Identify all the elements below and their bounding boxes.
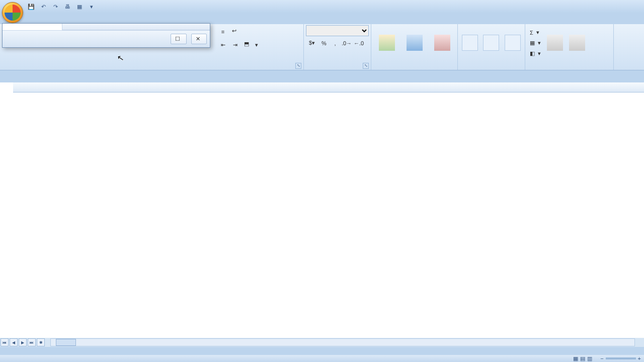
qat-redo-icon[interactable]: ↷ bbox=[50, 2, 60, 11]
find-icon bbox=[569, 35, 585, 51]
ribbon-tabs bbox=[26, 13, 644, 24]
office-menu-submenu bbox=[62, 24, 210, 30]
excel-options-button[interactable]: ☐ bbox=[171, 34, 187, 44]
find-select-button[interactable] bbox=[567, 26, 588, 60]
view-normal-icon[interactable]: ▦ bbox=[573, 355, 578, 362]
dropdown-icon: ▾ bbox=[255, 42, 258, 48]
sheet-nav-prev[interactable]: ◀ bbox=[10, 338, 18, 346]
wrap-text-button[interactable]: ↩ bbox=[229, 26, 244, 37]
office-menu: ☐ ✕ bbox=[2, 23, 210, 48]
minimize-button[interactable] bbox=[630, 2, 643, 11]
delete-button[interactable] bbox=[481, 26, 501, 60]
exit-excel-button[interactable]: ✕ bbox=[191, 34, 207, 44]
inc-decimal-button[interactable]: .0→ bbox=[341, 38, 352, 48]
sort-filter-button[interactable] bbox=[544, 26, 566, 60]
clear-button[interactable]: ◧ ▾ bbox=[527, 49, 543, 58]
sheet-nav-next[interactable]: ▶ bbox=[19, 338, 27, 346]
eraser-icon: ◧ bbox=[530, 50, 535, 57]
quick-access-toolbar: 💾 ↶ ↷ 🖶 ▦ ▾ bbox=[26, 2, 97, 11]
table-icon bbox=[407, 35, 423, 51]
view-layout-icon[interactable]: ▤ bbox=[580, 355, 585, 362]
cell-styles-button[interactable] bbox=[429, 26, 455, 60]
delete-icon bbox=[483, 35, 499, 51]
new-sheet-button[interactable]: ✱ bbox=[37, 338, 45, 346]
office-menu-footer: ☐ ✕ bbox=[3, 30, 210, 47]
horizontal-scrollbar[interactable] bbox=[50, 338, 635, 346]
exit-icon: ✕ bbox=[196, 36, 200, 42]
sheet-nav-first[interactable]: ⏮ bbox=[1, 338, 9, 346]
sigma-icon: Σ bbox=[530, 30, 533, 36]
percent-button[interactable]: % bbox=[319, 38, 329, 48]
zoom-slider[interactable] bbox=[606, 357, 636, 359]
conditional-formatting-icon bbox=[379, 35, 395, 51]
currency-button[interactable]: $▾ bbox=[306, 38, 318, 48]
office-button[interactable] bbox=[2, 2, 23, 23]
number-dialog-launcher[interactable]: ⤡ bbox=[363, 63, 369, 69]
qat-print-icon[interactable]: 🖶 bbox=[62, 2, 72, 11]
format-icon bbox=[505, 35, 521, 51]
sort-icon bbox=[547, 35, 563, 51]
qat-custom-icon[interactable]: ▦ bbox=[74, 2, 85, 11]
column-headers[interactable] bbox=[13, 82, 644, 93]
autosum-button[interactable]: Σ ▾ bbox=[527, 28, 543, 37]
dec-decimal-button[interactable]: ←.0 bbox=[353, 38, 364, 48]
submenu-header bbox=[62, 24, 210, 30]
status-bar: ▦ ▤ ▥ − + bbox=[0, 355, 644, 362]
options-icon: ☐ bbox=[175, 36, 180, 42]
sheet-tab-bar: ⏮ ◀ ▶ ⏭ ✱ bbox=[0, 338, 644, 347]
sheet-nav-last[interactable]: ⏭ bbox=[28, 338, 36, 346]
title-bar: 💾 ↶ ↷ 🖶 ▦ ▾ bbox=[0, 0, 644, 13]
qat-save-icon[interactable]: 💾 bbox=[26, 2, 36, 11]
cell-styles-icon bbox=[434, 35, 450, 51]
format-as-table-button[interactable] bbox=[401, 26, 428, 60]
indent-inc-button[interactable]: ⇥ bbox=[229, 39, 240, 50]
alignment-dialog-launcher[interactable]: ⤡ bbox=[295, 63, 301, 69]
worksheet-grid[interactable]: ⏮ ◀ ▶ ⏭ ✱ bbox=[0, 82, 644, 347]
zoom-in-button[interactable]: + bbox=[638, 355, 641, 361]
fill-button[interactable]: ▦ ▾ bbox=[527, 38, 543, 48]
zoom-out-button[interactable]: − bbox=[600, 355, 603, 361]
scrollbar-thumb[interactable] bbox=[56, 339, 76, 346]
conditional-formatting-button[interactable] bbox=[373, 26, 400, 60]
insert-button[interactable] bbox=[460, 26, 480, 60]
qat-undo-icon[interactable]: ↶ bbox=[38, 2, 48, 11]
view-pagebreak-icon[interactable]: ▥ bbox=[587, 355, 592, 362]
wrap-icon: ↩ bbox=[232, 28, 240, 36]
merge-icon: ⬒ bbox=[244, 41, 252, 49]
merge-center-button[interactable]: ⬒ ▾ bbox=[242, 39, 261, 50]
align-btn[interactable]: ≡ bbox=[217, 26, 228, 37]
comma-button[interactable]: , bbox=[330, 38, 340, 48]
office-menu-main bbox=[3, 24, 61, 28]
indent-dec-button[interactable]: ⇤ bbox=[217, 39, 228, 50]
fill-icon: ▦ bbox=[530, 40, 535, 46]
qat-dropdown-icon[interactable]: ▾ bbox=[87, 2, 97, 11]
format-button[interactable] bbox=[503, 26, 523, 60]
number-format-select[interactable] bbox=[306, 25, 369, 36]
insert-icon bbox=[462, 35, 478, 51]
